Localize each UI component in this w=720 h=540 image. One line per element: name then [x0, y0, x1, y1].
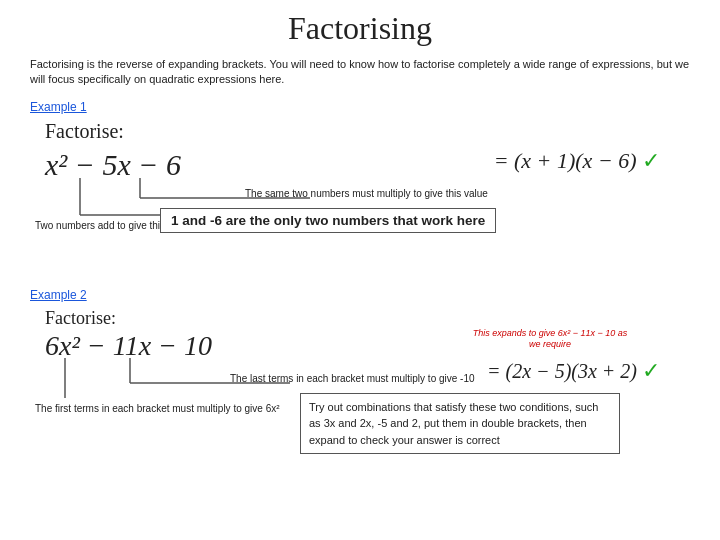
example2-instruction: Factorise: — [45, 308, 116, 329]
example1-label: Example 1 — [30, 100, 690, 114]
page-title: Factorising — [30, 10, 690, 47]
example2-expression: 6x² − 11x − 10 — [45, 330, 212, 362]
try-combinations-box: Try out combinations that satisfy these … — [300, 393, 620, 455]
first-terms-note: The first terms in each bracket must mul… — [35, 403, 280, 414]
example2-label: Example 2 — [30, 288, 690, 302]
key-answer-box: 1 and -6 are the only two numbers that w… — [160, 208, 496, 233]
intro-paragraph: Factorising is the reverse of expanding … — [30, 57, 690, 88]
example1-result: = (x + 1)(x − 6) ✓ — [494, 148, 660, 174]
example2-result: = (2x − 5)(3x + 2) ✓ — [487, 358, 660, 384]
example1-section: Example 1 Factorise: x² − 5x − 6 = (x + … — [30, 100, 690, 280]
expands-note: This expands to give 6x² − 11x − 10 as w… — [470, 328, 630, 351]
example1-instruction: Factorise: — [45, 120, 124, 143]
same-two-numbers-note: The same two numbers must multiply to gi… — [245, 188, 488, 199]
example1-expression: x² − 5x − 6 — [45, 148, 181, 182]
example1-arrows — [30, 120, 690, 280]
example2-section: Example 2 Factorise: 6x² − 11x − 10 This… — [30, 288, 690, 463]
example1-checkmark: ✓ — [642, 148, 660, 173]
page: Factorising Factorising is the reverse o… — [0, 0, 720, 540]
last-terms-note: The last terms in each bracket must mult… — [230, 373, 475, 384]
example2-checkmark: ✓ — [642, 358, 660, 383]
